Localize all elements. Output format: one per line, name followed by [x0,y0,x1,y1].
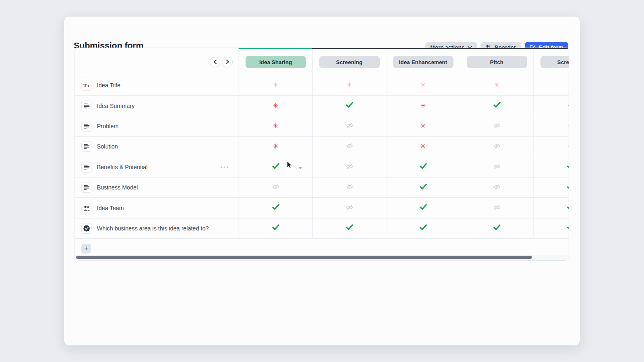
matrix-cell-hidden[interactable] [460,198,533,218]
check-icon [346,224,353,232]
required-asterisk-icon: ✳ [420,123,426,129]
caret-down-icon[interactable] [298,163,302,171]
matrix-cell-included[interactable] [533,157,569,177]
matrix-cell-included[interactable] [533,177,569,197]
table-row: Benefits & Potential●●● [75,157,569,177]
matrix-cell-included[interactable] [386,218,460,238]
stage-tab[interactable]: Idea Enhancement [393,56,453,68]
form-matrix-table: Idea SharingScreeningIdea EnhancementPit… [75,48,569,261]
stage-tab[interactable]: Screening [319,56,380,68]
matrix-cell-required[interactable]: ✳ [533,116,569,136]
stage-tab[interactable]: Screening [540,56,569,68]
active-stage-indicator-bar [239,48,312,49]
matrix-cell-required[interactable]: ✳ [386,137,460,156]
chevron-left-icon [213,59,217,65]
table-row: Idea Summary✳✳✳ [75,96,569,116]
matrix-cell-included[interactable] [312,96,386,115]
required-asterisk-muted-icon: ✳ [568,82,569,89]
required-asterisk-muted-icon: ✳ [347,82,352,89]
field-label-cell[interactable]: Problem [75,116,239,136]
matrix-cell-hidden[interactable] [312,157,386,177]
field-label: Idea Team [97,205,124,211]
matrix-cell-hidden[interactable] [460,116,533,136]
matrix-cell-included[interactable] [312,218,386,238]
field-label-cell[interactable]: Business Model [75,177,239,197]
stage-column-header: Idea Sharing [239,49,312,75]
field-label-cell[interactable]: Solution [75,137,239,156]
title-field-icon: TT [81,80,92,91]
stage-tab[interactable]: Pitch [467,56,527,68]
team-field-icon [81,203,92,213]
matrix-cell-hidden[interactable] [312,198,386,218]
matrix-cell-required-muted[interactable]: ✳ [312,75,386,95]
table-row: Solution✳✳✳ [75,137,569,157]
stage-nav-cell [75,49,239,75]
stage-column-header: Screening [533,49,569,75]
stage-header-bar [312,48,569,49]
table-row: Problem✳✳✳ [75,116,569,137]
paragraph-field-icon [81,162,92,173]
required-asterisk-icon: ✳ [273,103,278,109]
field-label: Idea Summary [97,103,135,109]
row-menu-icon[interactable]: ●●● [220,165,229,169]
matrix-cell-included[interactable] [239,157,312,177]
matrix-cell-included[interactable] [533,198,569,218]
matrix-cell-included[interactable] [386,177,460,197]
matrix-cell-included[interactable] [239,218,312,238]
matrix-cell-included[interactable] [460,218,533,238]
paragraph-field-icon [81,182,92,193]
horizontal-scrollbar[interactable] [75,255,568,260]
matrix-cell-required[interactable]: ✳ [533,137,569,156]
matrix-cell-included[interactable] [533,218,569,238]
required-asterisk-icon: ✳ [568,103,569,109]
matrix-cell-hidden[interactable] [239,177,312,197]
check-icon [420,204,427,212]
check-icon [567,184,569,192]
matrix-cell-hidden[interactable] [460,137,533,156]
eye-off-icon [272,183,280,192]
field-label-cell[interactable]: Idea Summary [75,96,239,115]
field-label-cell[interactable]: Which business area is this idea related… [75,218,239,238]
matrix-cell-required[interactable]: ✳ [239,137,312,156]
matrix-cell-required-muted[interactable]: ✳ [533,75,569,95]
table-row: Which business area is this idea related… [75,218,569,239]
field-label-cell[interactable]: Benefits & Potential●●● [75,157,239,177]
next-stage-button[interactable] [222,57,233,67]
field-label-cell[interactable]: TTIdea Title [75,75,239,95]
matrix-cell-required[interactable]: ✳ [533,96,569,115]
matrix-cell-hidden[interactable] [460,177,533,197]
matrix-cell-required[interactable]: ✳ [239,116,312,136]
check-icon [567,204,569,212]
check-icon [493,102,501,110]
stage-column-header: Idea Enhancement [386,49,460,75]
matrix-cell-hidden[interactable] [460,157,533,177]
submission-form-card: Submission form More actions Reorder Edi… [64,17,580,345]
matrix-cell-hidden[interactable] [312,137,386,156]
field-label: Business Model [97,184,138,191]
paragraph-field-icon [81,141,92,152]
matrix-cell-included[interactable] [386,157,460,177]
matrix-cell-required-muted[interactable]: ✳ [239,75,312,95]
matrix-cell-required-muted[interactable]: ✳ [460,75,533,95]
required-asterisk-muted-icon: ✳ [494,82,499,89]
stage-tab[interactable]: Idea Sharing [246,56,306,68]
field-label: Idea Title [97,82,121,89]
paragraph-field-icon [81,101,92,111]
scrollbar-thumb[interactable] [76,256,532,259]
stage-header-row: Idea SharingScreeningIdea EnhancementPit… [75,49,569,75]
eye-off-icon [346,142,353,151]
check-icon [346,102,353,110]
matrix-cell-hidden[interactable] [312,177,386,197]
table-row: TTIdea Title✳✳✳✳✳ [75,75,569,96]
add-field-button[interactable]: + [81,244,91,254]
matrix-cell-included[interactable] [239,198,312,218]
matrix-cell-hidden[interactable] [312,116,386,136]
field-label-cell[interactable]: Idea Team [75,198,239,218]
matrix-cell-required-muted[interactable]: ✳ [386,75,460,95]
matrix-cell-included[interactable] [386,198,460,218]
matrix-cell-included[interactable] [460,96,533,115]
matrix-cell-required[interactable]: ✳ [239,96,312,115]
matrix-cell-required[interactable]: ✳ [386,96,460,115]
prev-stage-button[interactable] [210,57,220,67]
matrix-cell-required[interactable]: ✳ [386,116,460,136]
